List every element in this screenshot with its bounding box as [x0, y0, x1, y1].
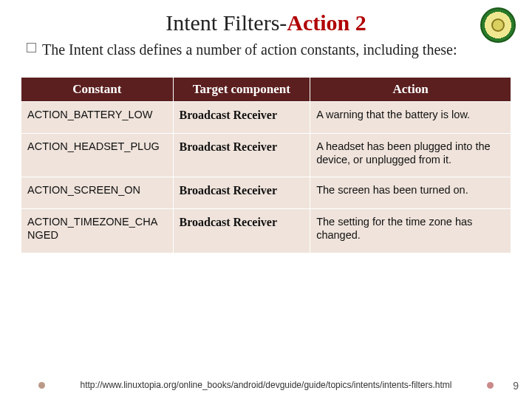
cell-constant: ACTION_SCREEN_ON [21, 177, 174, 209]
table-row: ACTION_HEADSET_PLUG Broadcast Receiver A… [21, 134, 511, 177]
col-header-constant: Constant [21, 78, 174, 102]
decorative-dot-icon [38, 382, 45, 389]
actions-table: Constant Target component Action ACTION_… [21, 77, 511, 253]
col-header-target: Target component [173, 78, 310, 102]
slide: Intent Filters-Action 2 The Intent class… [0, 0, 532, 399]
university-logo-icon [480, 7, 516, 43]
lead-block: The Intent class defines a number of act… [27, 40, 505, 59]
decorative-dot-icon [487, 382, 494, 389]
cell-action: A warning that the battery is low. [310, 102, 511, 134]
cell-target: Broadcast Receiver [173, 134, 310, 177]
cell-constant: ACTION_HEADSET_PLUG [21, 134, 174, 177]
slide-title-plain: Intent Filters- [166, 10, 287, 35]
cell-constant: ACTION_BATTERY_LOW [21, 102, 174, 134]
square-bullet-icon [27, 43, 36, 52]
cell-target: Broadcast Receiver [173, 209, 310, 253]
table-header-row: Constant Target component Action [21, 78, 511, 102]
cell-target: Broadcast Receiver [173, 102, 310, 134]
cell-action: The screen has been turned on. [310, 177, 511, 209]
cell-action: A headset has been plugged into the devi… [310, 134, 511, 177]
table-row: ACTION_TIMEZONE_CHANGED Broadcast Receiv… [21, 209, 511, 253]
title-row: Intent Filters-Action 2 [21, 10, 511, 35]
slide-title-emphasis: Action 2 [287, 10, 366, 35]
page-number: 9 [513, 380, 519, 392]
footer-url: http://www.linuxtopia.org/online_books/a… [81, 380, 452, 390]
cell-target: Broadcast Receiver [173, 177, 310, 209]
table-row: ACTION_SCREEN_ON Broadcast Receiver The … [21, 177, 511, 209]
lead-text: The Intent class defines a number of act… [42, 40, 457, 59]
cell-action: The setting for the time zone has change… [310, 209, 511, 253]
bullet-row: The Intent class defines a number of act… [27, 40, 505, 59]
cell-constant: ACTION_TIMEZONE_CHANGED [21, 209, 174, 253]
footer: http://www.linuxtopia.org/online_books/a… [0, 380, 532, 390]
table-row: ACTION_BATTERY_LOW Broadcast Receiver A … [21, 102, 511, 134]
col-header-action: Action [310, 78, 511, 102]
